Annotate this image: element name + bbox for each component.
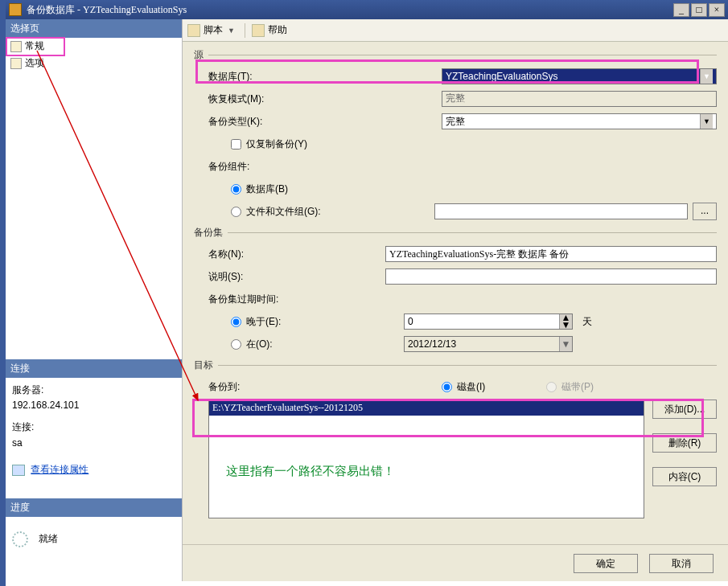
connection-label: 连接:	[12, 420, 175, 435]
component-filegroup-label: 文件和文件组(G):	[246, 205, 434, 219]
backup-type-value: 完整	[446, 115, 465, 129]
maximize-button[interactable]: □	[691, 3, 707, 17]
chevron-down-icon: ▼	[559, 337, 572, 351]
remove-button[interactable]: 删除(R)	[652, 433, 717, 453]
connection-info: 服务器: 192.168.24.101 连接: sa 查看连接属性	[6, 378, 182, 498]
dialog-footer: 确定 取消	[183, 544, 728, 581]
expire-on-radio[interactable]	[231, 339, 241, 350]
name-textbox[interactable]	[385, 246, 717, 262]
sidebar-item-label: 常规	[25, 39, 44, 53]
expire-after-spinner[interactable]: ▲▼	[404, 313, 573, 330]
cancel-button[interactable]: 取消	[649, 554, 714, 573]
destination-list-item[interactable]: E:\YZTeacherEvaluaterSys--20121205	[209, 400, 644, 416]
expire-after-unit: 天	[582, 315, 592, 329]
filegroup-browse-button[interactable]: ...	[693, 203, 717, 220]
sidebar: 选择页 常规 选项 连接 服务器: 192.168.24.101 连接: sa	[6, 19, 183, 581]
sidebar-select-pages-header: 选择页	[6, 19, 182, 38]
database-label: 数据库(T):	[208, 70, 442, 84]
progress-status: 就绪	[39, 533, 58, 544]
script-icon	[187, 24, 200, 37]
expire-on-label: 在(O):	[246, 338, 404, 351]
add-button[interactable]: 添加(D)...	[652, 400, 717, 419]
progress-spinner-icon	[12, 531, 28, 547]
destination-list[interactable]: E:\YZTeacherEvaluaterSys--20121205	[208, 400, 644, 518]
script-dropdown-icon[interactable]: ▼	[226, 27, 238, 35]
window-title: 备份数据库 - YZTeachingEvaluationSys	[27, 3, 673, 17]
copy-only-checkbox[interactable]	[231, 139, 241, 150]
name-label: 名称(N):	[208, 248, 385, 261]
content-pane: 脚本 ▼ 帮助 源 数据库(T): YZTeachingEvaluationSy…	[183, 19, 728, 581]
expire-on-datepicker[interactable]: ▼	[404, 336, 573, 352]
backup-type-label: 备份类型(K):	[208, 115, 442, 129]
annotation-text: 这里指有一个路径不容易出错！	[226, 464, 395, 479]
dest-disk-label: 磁盘(I)	[457, 380, 485, 394]
copy-only-label: 仅复制备份(Y)	[246, 137, 307, 151]
expire-on-value	[405, 337, 559, 351]
sidebar-item-general[interactable]: 常规	[6, 38, 182, 55]
progress-info: 就绪	[6, 517, 182, 581]
expire-after-value[interactable]	[405, 314, 559, 329]
expire-label: 备份集过期时间:	[208, 293, 442, 306]
connection-props-icon	[12, 465, 25, 476]
dest-disk-radio[interactable]	[442, 382, 452, 392]
description-label: 说明(S):	[208, 270, 385, 284]
backup-type-select[interactable]: 完整 ▼	[442, 113, 717, 129]
database-value: YZTeachingEvaluationSys	[446, 71, 557, 82]
minimize-button[interactable]: _	[673, 3, 689, 17]
recovery-model-value: 完整	[442, 91, 717, 107]
dest-tape-radio	[546, 382, 557, 392]
toolbar: 脚本 ▼ 帮助	[183, 19, 728, 42]
backup-to-label: 备份到:	[208, 380, 442, 394]
chevron-down-icon: ▼	[700, 114, 713, 129]
view-connection-props-link[interactable]: 查看连接属性	[31, 464, 88, 475]
component-filegroup-radio[interactable]	[231, 207, 241, 217]
description-textbox[interactable]	[385, 268, 717, 285]
titlebar: 备份数据库 - YZTeachingEvaluationSys _ □ ×	[6, 0, 728, 19]
connection-value: sa	[12, 436, 175, 451]
component-database-label: 数据库(B)	[246, 182, 288, 196]
sidebar-item-label: 选项	[25, 56, 44, 70]
component-database-radio[interactable]	[231, 184, 241, 195]
server-label: 服务器:	[12, 383, 175, 398]
chevron-down-icon: ▼	[700, 69, 713, 84]
recovery-model-label: 恢复模式(M):	[208, 92, 442, 106]
group-source-label: 源	[194, 48, 204, 62]
group-backupset-label: 备份集	[194, 226, 223, 240]
app-icon	[9, 3, 22, 16]
help-icon	[252, 24, 265, 37]
page-icon	[10, 58, 22, 69]
dest-tape-label: 磁带(P)	[561, 380, 594, 394]
database-select[interactable]: YZTeachingEvaluationSys ▼	[442, 68, 717, 84]
server-value: 192.168.24.101	[12, 398, 175, 413]
group-destination-label: 目标	[194, 359, 213, 372]
expire-after-radio[interactable]	[231, 317, 241, 327]
sidebar-item-options[interactable]: 选项	[6, 55, 182, 72]
backup-component-label: 备份组件:	[208, 160, 442, 174]
contents-button[interactable]: 内容(C)	[652, 467, 717, 486]
filegroup-textbox[interactable]	[434, 203, 688, 219]
sidebar-connection-header: 连接	[6, 359, 182, 378]
script-button[interactable]: 脚本	[204, 23, 223, 37]
ok-button[interactable]: 确定	[574, 554, 638, 573]
help-button[interactable]: 帮助	[268, 23, 287, 37]
page-icon	[10, 41, 22, 52]
sidebar-progress-header: 进度	[6, 498, 182, 517]
close-button[interactable]: ×	[709, 3, 725, 17]
expire-after-label: 晚于(E):	[246, 315, 404, 329]
